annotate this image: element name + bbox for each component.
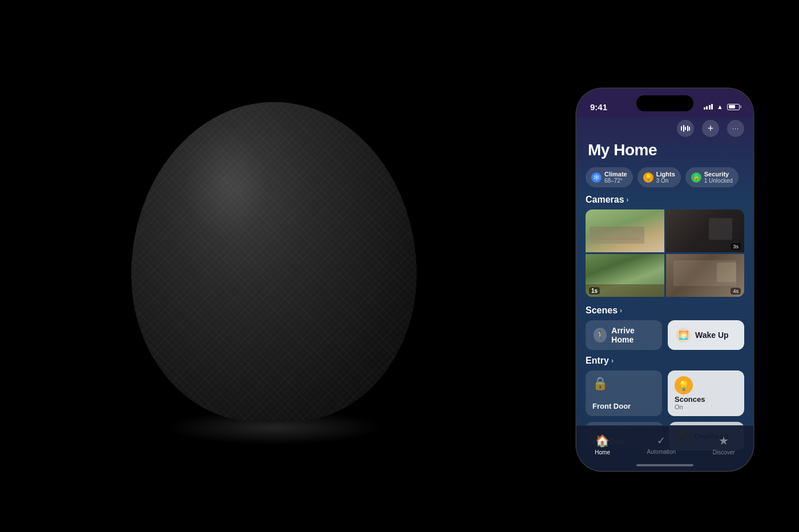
homepod-device xyxy=(68,11,479,525)
camera-cell-2[interactable]: 3s xyxy=(666,209,745,252)
sconces-subtitle: On xyxy=(675,404,683,410)
sconces-icon-circle: 💡 xyxy=(675,376,693,394)
arrive-home-icon: 🚶 xyxy=(594,328,607,342)
camera-cell-4[interactable]: 4s xyxy=(666,254,745,297)
camera-cell-1[interactable] xyxy=(586,209,664,252)
home-indicator xyxy=(636,464,693,466)
sconces-title: Sconces xyxy=(675,395,705,404)
wake-up-label: Wake Up xyxy=(695,331,729,340)
discover-nav-label: Discover xyxy=(713,449,735,456)
security-label: Security xyxy=(704,171,733,178)
more-button[interactable]: ··· xyxy=(727,120,744,137)
camera-2-badge: 3s xyxy=(731,243,741,250)
scenes-section: Scenes › 🚶 Arrive Home 🌅 Wake Up xyxy=(586,305,744,350)
arrive-home-label: Arrive Home xyxy=(611,326,654,344)
add-button[interactable]: + xyxy=(702,120,719,137)
cameras-label: Cameras xyxy=(586,195,624,205)
security-value: 1 Unlocked xyxy=(704,178,733,184)
iphone-device: 9:41 ▲ xyxy=(576,88,753,471)
sconces-icon: 💡 xyxy=(678,380,689,391)
scenes-label: Scenes xyxy=(586,305,618,316)
siri-button[interactable] xyxy=(677,120,694,137)
automation-nav-label: Automation xyxy=(647,449,676,455)
entry-label: Entry xyxy=(586,356,609,366)
lights-pill[interactable]: 💡 Lights 3 On xyxy=(637,167,681,187)
automation-nav-icon: ✓ xyxy=(657,434,665,447)
scenes-row: 🚶 Arrive Home 🌅 Wake Up xyxy=(586,320,744,350)
camera-grid: 3s 1s 4s xyxy=(586,209,744,297)
camera-3-label: 1s xyxy=(589,287,600,295)
siri-icon xyxy=(681,125,690,132)
front-door-icon: 🔒 xyxy=(592,376,608,391)
discover-nav-item[interactable]: ★ Discover xyxy=(713,434,735,456)
wake-up-button[interactable]: 🌅 Wake Up xyxy=(668,320,744,350)
entry-header[interactable]: Entry › xyxy=(586,356,744,366)
arrive-home-button[interactable]: 🚶 Arrive Home xyxy=(586,320,662,350)
battery-icon xyxy=(727,104,740,110)
signal-icon xyxy=(704,104,713,110)
lights-value: 3 On xyxy=(656,178,675,184)
home-nav-icon: 🏠 xyxy=(595,434,610,448)
lights-icon: 💡 xyxy=(643,172,653,183)
security-icon: 🔒 xyxy=(691,172,701,183)
front-door-card[interactable]: 🔒 Front Door xyxy=(586,370,662,416)
wake-up-icon: 🌅 xyxy=(676,328,691,342)
cameras-header[interactable]: Cameras › xyxy=(586,195,744,205)
app-screen: 9:41 ▲ xyxy=(576,88,753,471)
camera-cell-3[interactable]: 1s xyxy=(586,254,664,297)
camera-4-badge: 4s xyxy=(731,288,741,295)
security-pill[interactable]: 🔒 Security 1 Unlocked xyxy=(685,167,739,187)
wifi-icon: ▲ xyxy=(717,103,723,110)
home-nav-item[interactable]: 🏠 Home xyxy=(595,434,610,456)
status-icons: ▲ xyxy=(704,103,740,110)
automation-nav-item[interactable]: ✓ Automation xyxy=(647,434,676,455)
entry-grid: 🔒 Front Door 💡 Sconces On xyxy=(586,370,744,416)
status-time: 9:41 xyxy=(590,102,607,112)
lights-label: Lights xyxy=(656,171,675,178)
scenes-header[interactable]: Scenes › xyxy=(586,305,744,316)
sconces-card[interactable]: 💡 Sconces On xyxy=(668,370,744,416)
climate-icon: ❄️ xyxy=(591,172,602,183)
discover-nav-icon: ★ xyxy=(719,434,729,448)
cameras-section: Cameras › 3s xyxy=(586,195,744,297)
page-title: My Home xyxy=(588,141,657,159)
entry-chevron: › xyxy=(611,357,614,365)
status-pills: ❄️ Climate 68–72° 💡 Lights 3 On 🔒 Securi… xyxy=(586,167,753,187)
climate-value: 68–72° xyxy=(604,178,627,184)
front-door-title: Front Door xyxy=(592,402,631,410)
climate-pill[interactable]: ❄️ Climate 68–72° xyxy=(586,167,633,187)
dynamic-island xyxy=(636,95,693,111)
cameras-chevron: › xyxy=(627,196,629,204)
home-nav-label: Home xyxy=(595,449,610,456)
scenes-chevron: › xyxy=(620,307,622,315)
climate-label: Climate xyxy=(604,171,627,178)
top-actions: + ··· xyxy=(677,120,744,137)
